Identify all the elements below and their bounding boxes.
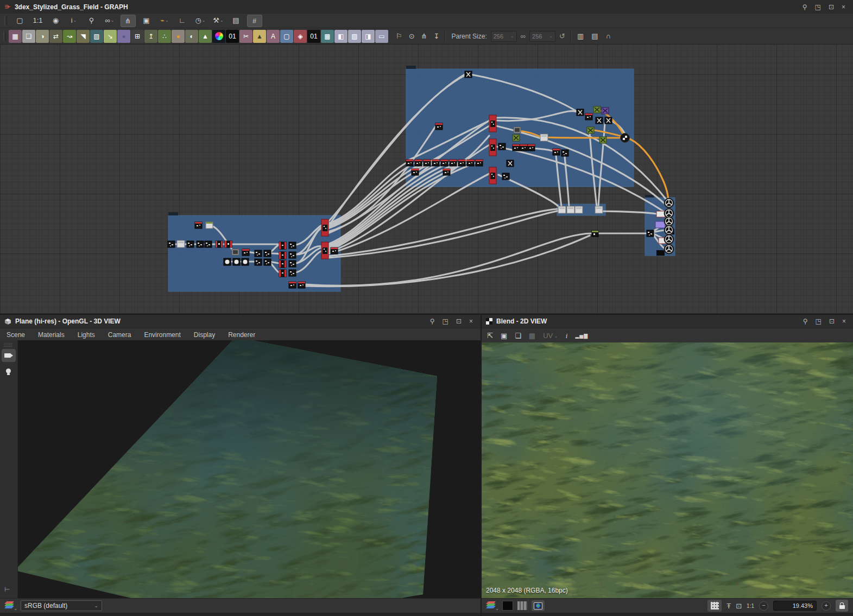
pin-icon[interactable]: ⚲ xyxy=(430,317,435,325)
zoom-out-button[interactable]: − xyxy=(759,601,768,611)
warp-template-icon[interactable]: ◨ xyxy=(362,30,375,43)
dock-icon[interactable]: ◳ xyxy=(443,317,448,325)
histogram-icon[interactable]: ▂▅▇ xyxy=(575,333,588,339)
zoom-in-button[interactable]: + xyxy=(822,601,831,611)
menu-item[interactable]: Display xyxy=(187,328,222,341)
pin-bottom-icon[interactable]: Ŧ xyxy=(726,602,731,610)
menu-item[interactable]: Environment xyxy=(137,328,187,341)
timer-icon[interactable]: ◷⌄ xyxy=(193,15,207,26)
dot-insert-icon[interactable]: ⊙ xyxy=(409,32,415,40)
tools-icon[interactable]: ⚒⌄ xyxy=(211,15,225,26)
pin-icon[interactable]: ⚲ xyxy=(803,3,807,11)
cells-node-icon[interactable]: ▩ xyxy=(321,30,334,43)
distribute-horizontal-icon[interactable]: ▥ xyxy=(577,32,584,40)
snap-magnet-icon[interactable]: ∩ xyxy=(606,32,611,40)
fit-view-icon[interactable]: ⊡ xyxy=(736,602,742,610)
hsl-node-icon[interactable]: ● xyxy=(212,30,225,43)
link-mode-icon[interactable]: ∞⌄ xyxy=(103,15,117,26)
comment-icon[interactable]: ⚐ xyxy=(396,32,402,40)
bitmap-node-icon[interactable]: ▦ xyxy=(9,30,22,43)
svg-node-icon[interactable]: ❏ xyxy=(22,30,35,43)
info-mode-icon[interactable]: i⌄ xyxy=(67,15,81,26)
height-extrude-node-icon[interactable]: ↥ xyxy=(144,30,157,43)
zoom-level-field[interactable]: 19.43% xyxy=(773,601,817,611)
sidebar-grip[interactable] xyxy=(4,343,12,344)
tiling-button[interactable] xyxy=(707,600,722,612)
gradient-template-icon[interactable]: ▧ xyxy=(348,30,361,43)
distribute-vertical-icon[interactable]: ▤ xyxy=(591,32,598,40)
panel-2d-header[interactable]: Blend - 2D VIEW ⚲◳⊡× xyxy=(482,315,853,328)
light-icon[interactable] xyxy=(6,369,11,373)
marquee-select-icon[interactable]: ▢ xyxy=(13,15,27,26)
dot-node-icon[interactable]: ● xyxy=(172,30,185,43)
histogram-scan-node-icon[interactable]: ▲ xyxy=(199,30,212,43)
maximize-icon[interactable]: ⊡ xyxy=(829,3,834,11)
info-icon[interactable]: i xyxy=(566,332,568,340)
menu-item[interactable]: Lights xyxy=(71,328,102,341)
reset-size-icon[interactable]: ↺ xyxy=(559,32,565,40)
dither-node-icon[interactable]: 01 xyxy=(226,30,239,43)
text-node-icon[interactable]: A xyxy=(267,30,280,43)
maximize-icon[interactable]: ⊡ xyxy=(456,317,462,325)
menu-item[interactable]: Materials xyxy=(31,328,71,341)
pan-1to1-icon[interactable]: 1:1 xyxy=(31,15,45,26)
colorspace-layers-icon[interactable]: ⌄ xyxy=(5,601,15,610)
gradient-map-node-icon[interactable]: ◥ xyxy=(77,30,90,43)
graph-canvas[interactable] xyxy=(0,45,853,314)
parent-size-width-select[interactable]: 256⌄ xyxy=(491,31,517,42)
toolbar-grip2[interactable] xyxy=(3,31,6,41)
maximize-icon[interactable]: ⊡ xyxy=(829,317,835,325)
display-options-icon[interactable]: ▤ xyxy=(229,15,243,26)
search-icon[interactable]: ⚲ xyxy=(85,15,99,26)
channels-icon[interactable] xyxy=(517,601,527,610)
copy-image-icon[interactable]: ❏ xyxy=(515,332,521,340)
channel-shuffle-node-icon[interactable]: ⇄ xyxy=(49,30,62,43)
actual-size-icon[interactable]: 1:1 xyxy=(747,603,754,609)
scene-tree-icon[interactable]: ⊢ xyxy=(4,586,10,593)
display-mode-button[interactable] xyxy=(532,600,545,611)
pin-node-icon[interactable]: ↧ xyxy=(433,32,439,40)
close-icon[interactable]: × xyxy=(842,317,846,325)
pin-icon[interactable]: ⚲ xyxy=(803,317,808,325)
dock-icon[interactable]: ◳ xyxy=(816,317,822,325)
layers-icon[interactable]: ▣ xyxy=(140,15,154,26)
menu-item[interactable]: Renderer xyxy=(222,328,262,341)
viewport-3d[interactable] xyxy=(18,340,481,599)
dock-icon[interactable]: ◳ xyxy=(815,3,821,11)
close-icon[interactable]: × xyxy=(469,317,473,325)
camera-view-button[interactable] xyxy=(2,349,16,362)
export-image-icon[interactable]: ⇱ xyxy=(487,332,493,340)
lock-zoom-button[interactable] xyxy=(836,600,848,612)
menu-item[interactable]: Scene xyxy=(0,328,31,341)
directional-warp-node-icon[interactable]: ▨ xyxy=(90,30,103,43)
selection-node-icon[interactable]: ▢ xyxy=(280,30,293,43)
menu-item[interactable]: Camera xyxy=(102,328,138,341)
levels-node-icon[interactable]: ◐ xyxy=(185,30,198,43)
spline-node-icon[interactable]: ✂ xyxy=(239,30,252,43)
grid-frame-icon[interactable]: # xyxy=(247,15,262,27)
viewport-2d[interactable]: 2048 x 2048 (RGBA, 16bpc) xyxy=(482,342,853,599)
transform-node-icon[interactable]: ↘ xyxy=(104,30,117,43)
shape-node-icon[interactable]: ● xyxy=(117,30,130,43)
toolbar-grip[interactable] xyxy=(4,16,7,26)
straight-links-icon[interactable]: ⌁⌄ xyxy=(157,15,172,26)
mirror-node-icon[interactable]: ▲ xyxy=(253,30,266,43)
switch-node-icon[interactable]: 01 xyxy=(307,30,320,43)
curve-node-icon[interactable]: ↝ xyxy=(63,30,76,43)
graph-network[interactable] xyxy=(0,45,853,314)
splatter-node-icon[interactable]: ∴ xyxy=(158,30,171,43)
parent-size-height-select[interactable]: 256⌄ xyxy=(529,31,555,42)
save-image-icon[interactable]: ▣ xyxy=(501,332,507,340)
tile-generator-node-icon[interactable]: ⊞ xyxy=(131,30,144,43)
graph-link-icon[interactable]: ⋔ xyxy=(421,32,427,40)
flood-fill-node-icon[interactable]: ◈ xyxy=(294,30,307,43)
graph-view-icon[interactable]: ⋔ xyxy=(121,15,136,27)
colorspace-layers-icon-2d[interactable]: ⌄ xyxy=(487,601,497,610)
frame-template-icon[interactable]: ▭ xyxy=(375,30,388,43)
close-icon[interactable]: × xyxy=(842,3,845,11)
uv-select[interactable]: UV⌄ xyxy=(543,332,558,340)
image-mode-icon[interactable]: ▦ xyxy=(529,332,535,340)
blend-node-icon[interactable]: ◑ xyxy=(36,30,49,43)
blend-template-icon[interactable]: ◧ xyxy=(334,30,347,43)
colorspace-select[interactable]: sRGB (default)⌄ xyxy=(21,600,102,611)
